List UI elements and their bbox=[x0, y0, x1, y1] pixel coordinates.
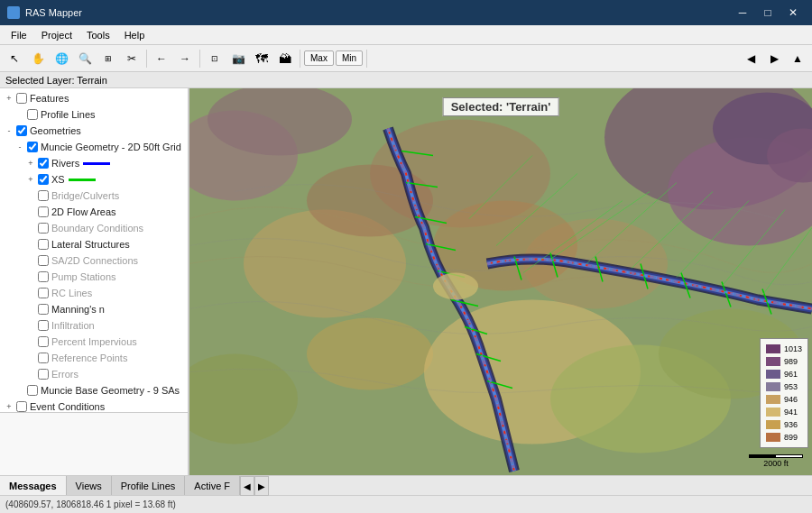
title-bar: RAS Mapper ─ □ ✕ bbox=[0, 0, 812, 25]
label-mannings: Manning's n bbox=[51, 304, 105, 315]
zoom-in-tool[interactable]: 🔍 bbox=[74, 48, 96, 69]
expander-errors bbox=[25, 369, 36, 380]
tree-item-features[interactable]: + Features bbox=[2, 90, 186, 106]
tree-item-muncie-base[interactable]: Muncie Base Geometry - 9 SAs bbox=[2, 382, 186, 398]
menu-tools[interactable]: Tools bbox=[79, 28, 117, 42]
cursor-tool[interactable]: ↖ bbox=[4, 48, 25, 69]
legend-color-941 bbox=[766, 408, 780, 417]
tree-item-pct-imp[interactable]: Percent Impervious bbox=[2, 334, 186, 350]
check-infiltration[interactable] bbox=[38, 320, 49, 331]
check-xs[interactable] bbox=[38, 174, 49, 185]
sep4 bbox=[366, 50, 367, 68]
nav-up-btn[interactable]: ▲ bbox=[787, 48, 808, 69]
check-rivers[interactable] bbox=[38, 158, 49, 169]
check-muncie-geo[interactable] bbox=[27, 142, 38, 152]
toolbar: ↖ ✋ 🌐 🔍 ⊞ ✂ ← → ⊡ 📷 🗺 🏔 Max Min ◀ ▶ ▲ bbox=[0, 45, 812, 72]
maximize-btn[interactable]: □ bbox=[756, 3, 780, 23]
nav-play-btn[interactable]: ▶ bbox=[763, 48, 785, 69]
expander-geometries: - bbox=[4, 125, 14, 136]
tree-item-muncie-geo[interactable]: - Muncie Geometry - 2D 50ft Grid bbox=[2, 139, 186, 155]
tree-item-pump[interactable]: Pump Stations bbox=[2, 269, 186, 285]
tab-active-f[interactable]: Active F bbox=[185, 476, 240, 495]
globe-tool[interactable]: 🌐 bbox=[51, 48, 72, 69]
fwd-btn[interactable]: → bbox=[174, 48, 196, 69]
legend-val-953: 953 bbox=[784, 382, 798, 391]
rivers-color bbox=[83, 162, 110, 165]
tree-item-xs[interactable]: + XS bbox=[2, 171, 186, 188]
max-btn[interactable]: Max bbox=[304, 50, 334, 66]
check-mannings[interactable] bbox=[38, 304, 49, 315]
tab-scroll-right[interactable]: ▶ bbox=[254, 476, 269, 496]
check-bridges[interactable] bbox=[38, 190, 49, 201]
tree-item-geometries[interactable]: - Geometries bbox=[2, 123, 186, 139]
check-lateral[interactable] bbox=[38, 239, 49, 250]
check-event-cond[interactable] bbox=[16, 401, 27, 412]
map-legend: 1013 989 961 953 946 941 bbox=[760, 338, 808, 448]
menu-bar: File Project Tools Help bbox=[0, 25, 812, 45]
back-btn[interactable]: ← bbox=[151, 48, 172, 69]
check-pct-imp[interactable] bbox=[38, 336, 49, 347]
tab-views[interactable]: Views bbox=[67, 476, 112, 495]
scale-half-light bbox=[776, 455, 802, 457]
tab-profile-lines[interactable]: Profile Lines bbox=[112, 476, 186, 495]
tree-item-boundary[interactable]: Boundary Conditions bbox=[2, 220, 186, 236]
check-sa2d[interactable] bbox=[38, 255, 49, 266]
check-features[interactable] bbox=[16, 93, 27, 104]
tree-item-errors[interactable]: Errors bbox=[2, 366, 186, 382]
tree-item-infiltration[interactable]: Infiltration bbox=[2, 317, 186, 334]
check-2dflow[interactable] bbox=[38, 206, 49, 217]
check-errors[interactable] bbox=[38, 369, 49, 380]
pan-tool[interactable]: ✋ bbox=[27, 48, 49, 69]
expander-bridges bbox=[25, 190, 36, 201]
legend-color-936 bbox=[766, 420, 780, 429]
label-pct-imp: Percent Impervious bbox=[51, 336, 137, 347]
tree-item-event-cond[interactable]: + Event Conditions bbox=[2, 398, 186, 412]
tree-item-sa2d[interactable]: SA/2D Connections bbox=[2, 252, 186, 269]
label-event-cond: Event Conditions bbox=[30, 401, 105, 412]
zoom-extent-tool[interactable]: ⊞ bbox=[97, 48, 119, 69]
legend-val-989: 989 bbox=[784, 357, 798, 366]
minimize-btn[interactable]: ─ bbox=[731, 3, 754, 23]
tree-item-bridges[interactable]: Bridge/Culverts bbox=[2, 188, 186, 204]
tree-item-mannings[interactable]: Manning's n bbox=[2, 301, 186, 317]
expander-sa2d bbox=[25, 255, 36, 266]
camera-btn[interactable]: 📷 bbox=[227, 48, 249, 69]
tree-item-2dflow[interactable]: 2D Flow Areas bbox=[2, 204, 186, 220]
check-ref-points[interactable] bbox=[38, 353, 49, 363]
grid-btn[interactable]: ⊡ bbox=[204, 48, 226, 69]
check-pump[interactable] bbox=[38, 271, 49, 282]
tree-item-rclines[interactable]: RC Lines bbox=[2, 285, 186, 301]
label-sa2d: SA/2D Connections bbox=[51, 255, 138, 266]
window-controls: ─ □ ✕ bbox=[731, 3, 805, 23]
legend-color-899 bbox=[766, 433, 780, 442]
min-btn[interactable]: Min bbox=[336, 50, 363, 66]
label-muncie-base: Muncie Base Geometry - 9 SAs bbox=[41, 385, 180, 396]
menu-file[interactable]: File bbox=[4, 28, 34, 42]
tree-item-rivers[interactable]: + Rivers bbox=[2, 155, 186, 171]
scale-half-dark bbox=[750, 455, 776, 457]
check-muncie-base[interactable] bbox=[27, 385, 38, 396]
check-profile-lines[interactable] bbox=[27, 109, 38, 120]
tree-item-ref-points[interactable]: Reference Points bbox=[2, 350, 186, 366]
check-rclines[interactable] bbox=[38, 288, 49, 298]
scissor-tool[interactable]: ✂ bbox=[121, 48, 143, 69]
tab-scroll-left[interactable]: ◀ bbox=[240, 476, 254, 496]
label-boundary: Boundary Conditions bbox=[51, 223, 143, 234]
label-profile-lines: Profile Lines bbox=[41, 109, 96, 120]
nav-back-btn[interactable]: ◀ bbox=[740, 48, 761, 69]
layer-tree[interactable]: + Features Profile Lines - Geometries - … bbox=[0, 88, 188, 412]
tab-messages[interactable]: Messages bbox=[0, 476, 67, 495]
tree-item-profile-lines[interactable]: Profile Lines bbox=[2, 106, 186, 123]
expander-profile-lines bbox=[14, 109, 25, 120]
menu-help[interactable]: Help bbox=[117, 28, 152, 42]
svg-point-42 bbox=[433, 273, 478, 300]
tree-item-lateral[interactable]: Lateral Structures bbox=[2, 236, 186, 252]
menu-project[interactable]: Project bbox=[34, 28, 79, 42]
map-area[interactable]: Selected: 'Terrain' 1013 989 961 953 946 bbox=[189, 88, 812, 475]
terrain-btn[interactable]: 🏔 bbox=[274, 48, 296, 69]
close-btn[interactable]: ✕ bbox=[781, 3, 805, 23]
label-ref-points: Reference Points bbox=[51, 353, 127, 363]
check-boundary[interactable] bbox=[38, 223, 49, 234]
check-geometries[interactable] bbox=[16, 125, 27, 136]
map-btn[interactable]: 🗺 bbox=[251, 48, 272, 69]
